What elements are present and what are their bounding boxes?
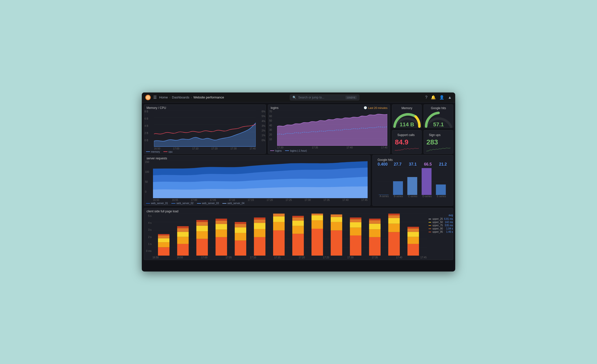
svg-rect-56	[235, 224, 246, 228]
svg-rect-41	[177, 228, 189, 232]
right-panels: Memory 114 B	[392, 104, 453, 154]
svg-rect-69	[292, 221, 304, 226]
svg-rect-43	[196, 239, 208, 256]
svg-rect-80	[350, 235, 361, 256]
google-hits-bar-panel: Google hits 0.400 27.7 37.1 66.5 21.2	[372, 155, 453, 206]
app-wrapper: ☰ Home › Dashboards › Website performanc…	[142, 92, 455, 272]
memory-gauge: 114 B	[392, 110, 422, 128]
server-requests-panel: server requests	[144, 155, 370, 206]
svg-rect-65	[273, 216, 285, 222]
svg-rect-95	[407, 244, 419, 256]
svg-rect-61	[254, 220, 265, 223]
yaxis-0pct: 0%	[262, 139, 265, 142]
logins-panel: logins 🕐 Last 20 minutes	[268, 104, 390, 154]
svg-rect-48	[215, 237, 227, 256]
breadcrumb-dashboards[interactable]: Dashboards	[172, 95, 189, 99]
google-hits-gauge-title: Google hits	[428, 105, 448, 110]
svg-rect-39	[177, 237, 189, 244]
yaxis-3pct: 3%	[262, 125, 265, 127]
grafana-logo[interactable]	[145, 95, 151, 100]
header-right: ? 🔔 👤 ▲	[425, 95, 452, 100]
memory-cpu-panel: Memory / CPU	[144, 104, 266, 154]
support-calls-sparkline	[395, 146, 419, 152]
svg-rect-83	[350, 219, 361, 222]
svg-rect-33	[158, 247, 169, 256]
header: ☰ Home › Dashboards › Website performanc…	[142, 92, 455, 102]
yaxis-6pct: 6%	[262, 110, 265, 113]
svg-rect-22	[379, 195, 389, 195]
clock-icon: 🕐	[364, 106, 367, 109]
svg-rect-75	[311, 214, 323, 215]
yaxis-2pct: 2%	[262, 129, 265, 132]
row2: server requests	[144, 155, 453, 206]
search-box[interactable]: 🔍 Search or jump to... cmd+k	[290, 94, 359, 100]
breadcrumb-home[interactable]: Home	[159, 95, 168, 99]
svg-rect-91	[388, 224, 400, 232]
svg-rect-77	[331, 222, 342, 230]
svg-rect-36	[158, 235, 169, 238]
svg-rect-76	[331, 230, 342, 256]
svg-rect-68	[292, 226, 304, 234]
sign-ups-panel: Sign ups 283	[424, 130, 453, 154]
svg-rect-51	[215, 221, 227, 224]
support-calls-title: Support calls	[395, 132, 419, 137]
yaxis-0b: 0 B	[145, 139, 148, 142]
bell-icon[interactable]: 🔔	[431, 95, 436, 100]
svg-rect-25	[422, 168, 432, 195]
svg-rect-46	[196, 222, 208, 226]
svg-rect-42	[177, 226, 189, 228]
svg-rect-96	[407, 237, 419, 244]
svg-rect-53	[235, 240, 246, 256]
header-left: ☰ Home › Dashboards › Website performanc…	[145, 95, 224, 100]
client-load-panel: client side full page load 5 s 4 s 3 s 2…	[144, 208, 453, 260]
svg-rect-55	[235, 227, 246, 233]
yaxis-2b: 2 B	[145, 132, 148, 135]
support-calls-panel: Support calls 84.9	[392, 130, 422, 154]
hamburger-button[interactable]: ☰	[153, 95, 157, 100]
google-hits-value: 57.1	[433, 121, 444, 128]
svg-rect-67	[292, 234, 304, 256]
sign-ups-value: 283	[426, 138, 450, 146]
svg-rect-63	[273, 230, 285, 256]
client-load-legend: avg upper_25 6.81 ms upper_50 142 ms upp…	[427, 214, 453, 258]
help-icon[interactable]: ?	[425, 95, 427, 100]
svg-rect-97	[407, 232, 419, 237]
row1: Memory / CPU	[144, 104, 453, 153]
google-hits-bar-title: Google hits	[375, 157, 450, 162]
logins-time: 🕐 Last 20 minutes	[364, 106, 388, 109]
yaxis-4b: 4 B	[145, 125, 148, 127]
breadcrumb-current: Website performance	[193, 95, 224, 99]
svg-rect-71	[292, 216, 304, 218]
svg-rect-64	[273, 222, 285, 230]
svg-rect-47	[196, 220, 208, 222]
svg-rect-40	[177, 232, 189, 237]
svg-rect-72	[311, 229, 323, 256]
yaxis-4pct: 4%	[262, 120, 265, 123]
sign-ups-title: Sign ups	[426, 132, 450, 137]
svg-rect-60	[254, 223, 265, 229]
svg-rect-38	[177, 244, 189, 256]
svg-point-1	[148, 97, 149, 98]
search-icon: 🔍	[293, 96, 296, 99]
svg-rect-58	[254, 237, 265, 256]
google-hits-gauge-panel: Google hits 57.1	[424, 104, 453, 128]
svg-rect-88	[369, 220, 381, 224]
user-icon[interactable]: 👤	[439, 95, 444, 100]
svg-rect-74	[311, 215, 323, 220]
server-legend: web_server_01 web_server_02 web_server_0…	[144, 201, 370, 205]
svg-rect-93	[388, 215, 400, 218]
memory-gauge-title: Memory	[399, 105, 415, 110]
support-calls-value: 84.9	[395, 138, 419, 146]
svg-rect-57	[235, 222, 246, 224]
svg-rect-86	[369, 229, 381, 237]
collapse-icon[interactable]: ▲	[448, 95, 452, 100]
svg-rect-87	[369, 224, 381, 229]
svg-rect-45	[196, 226, 208, 231]
sign-ups-sparkline	[426, 146, 450, 152]
yaxis-1pct: 1%	[262, 134, 265, 137]
svg-rect-52	[215, 219, 227, 221]
yaxis-5pct: 5%	[262, 115, 265, 118]
memory-cpu-legend: memory cpu	[144, 150, 266, 154]
svg-rect-82	[350, 222, 361, 228]
svg-rect-24	[407, 177, 417, 195]
